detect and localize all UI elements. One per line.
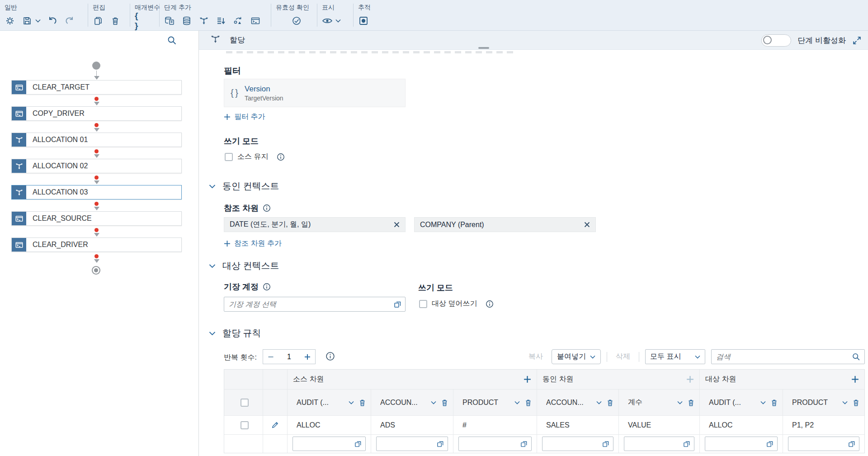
trash-icon[interactable] <box>687 399 695 407</box>
add-driver-dimension-icon[interactable] <box>686 375 694 383</box>
chevron-down-icon[interactable] <box>349 401 354 404</box>
add-source-dimension-icon[interactable] <box>524 375 531 383</box>
paste-rules-button[interactable]: 붙여넣기 <box>552 349 601 364</box>
reference-dimension-chip[interactable]: COMPANY (Parent) <box>414 217 596 232</box>
value-help-icon[interactable] <box>848 440 855 447</box>
gear-icon[interactable] <box>5 15 15 26</box>
add-filter-button[interactable]: 필터 추가 <box>224 112 265 122</box>
eye-chevron-icon[interactable] <box>335 15 341 26</box>
flow-node-clear-driver[interactable]: CLEAR_DRIVER <box>11 238 182 252</box>
add-target-dimension-icon[interactable] <box>851 375 859 383</box>
value-help-icon[interactable] <box>520 440 528 447</box>
value-help-icon[interactable] <box>683 440 690 447</box>
trash-icon[interactable] <box>852 399 860 407</box>
repeat-count-value[interactable]: 1 <box>278 353 300 361</box>
undo-icon[interactable] <box>47 15 58 26</box>
sort-list-icon[interactable] <box>216 15 226 26</box>
record-icon[interactable] <box>358 15 369 26</box>
filter-item-name[interactable]: Version <box>245 85 283 94</box>
flow-node-clear-target[interactable]: CLEAR_TARGET <box>11 80 182 95</box>
row-checkbox[interactable] <box>241 421 249 429</box>
breakpoint-dot[interactable] <box>94 228 99 232</box>
expand-icon[interactable] <box>852 36 862 45</box>
new-rule-input[interactable] <box>377 440 437 448</box>
trash-icon[interactable] <box>359 399 366 407</box>
value-help-icon[interactable] <box>354 440 362 447</box>
info-icon[interactable] <box>486 300 494 308</box>
new-rule-input[interactable] <box>705 440 766 448</box>
minus-icon[interactable] <box>263 354 278 360</box>
header-resize-handle[interactable] <box>478 47 489 49</box>
reference-dimension-chip[interactable]: DATE (연도, 분기, 월, 일) <box>224 217 406 232</box>
new-rule-input[interactable] <box>788 440 848 448</box>
save-menu-chevron-icon[interactable] <box>35 15 41 26</box>
chevron-down-icon[interactable] <box>760 401 766 404</box>
breakpoint-dot[interactable] <box>94 97 99 101</box>
flow-node-allocation-02[interactable]: ALLOCATION 02 <box>11 159 182 173</box>
flow-node-copy-driver[interactable]: COPY_DRIVER <box>11 106 182 121</box>
rule-cell[interactable]: VALUE <box>619 416 700 434</box>
info-icon[interactable] <box>326 352 335 361</box>
flow-node-allocation-01[interactable]: ALLOCATION 01 <box>11 133 182 147</box>
plus-icon[interactable] <box>300 354 315 360</box>
allocation-rules-section-header[interactable]: 할당 규칙 <box>209 327 261 339</box>
trash-icon[interactable] <box>110 15 121 26</box>
chevron-down-icon[interactable] <box>677 401 683 404</box>
delete-rules-button[interactable]: 삭제 <box>613 352 633 361</box>
trash-icon[interactable] <box>441 399 448 407</box>
validate-check-icon[interactable] <box>291 15 302 26</box>
copy-data-icon[interactable] <box>164 15 175 26</box>
rule-row[interactable]: ALLOC ADS # SALES VALUE ALLOC P1, P2 <box>224 416 864 435</box>
close-icon[interactable] <box>394 222 400 228</box>
copy-rules-button[interactable]: 복사 <box>526 352 546 361</box>
console-icon[interactable] <box>250 15 261 26</box>
target-context-section-header[interactable]: 대상 컨텍스트 <box>209 260 279 272</box>
search-icon[interactable] <box>852 352 860 361</box>
eye-icon[interactable] <box>322 15 333 26</box>
copy-icon[interactable] <box>93 15 104 26</box>
new-rule-input[interactable] <box>293 440 354 448</box>
close-icon[interactable] <box>584 222 590 228</box>
chevron-down-icon[interactable] <box>514 401 520 404</box>
breakpoint-dot[interactable] <box>94 123 99 127</box>
breakpoint-dot[interactable] <box>94 202 99 206</box>
rule-cell[interactable]: ALLOC <box>288 416 371 434</box>
value-help-icon[interactable] <box>766 440 774 447</box>
new-rule-input[interactable] <box>459 440 520 448</box>
allocation-icon[interactable] <box>198 15 209 26</box>
breakpoint-dot[interactable] <box>94 149 99 153</box>
keep-source-checkbox[interactable] <box>225 153 233 161</box>
database-icon[interactable] <box>181 15 192 26</box>
edit-pencil-icon[interactable] <box>271 421 279 429</box>
trash-icon[interactable] <box>770 399 778 407</box>
rule-cell[interactable]: ADS <box>371 416 453 434</box>
new-rule-input[interactable] <box>624 440 683 448</box>
rule-cell[interactable]: # <box>453 416 537 434</box>
braces-icon[interactable]: { } <box>135 15 146 26</box>
chevron-down-icon[interactable] <box>596 401 602 404</box>
info-icon[interactable] <box>263 283 271 291</box>
rule-cell[interactable]: SALES <box>537 416 619 434</box>
new-rule-input[interactable] <box>542 440 602 448</box>
trash-icon[interactable] <box>524 399 532 407</box>
breakpoint-dot[interactable] <box>94 176 99 180</box>
select-all-checkbox[interactable] <box>241 399 249 407</box>
chevron-down-icon[interactable] <box>842 401 848 404</box>
chevron-down-icon[interactable] <box>431 401 436 404</box>
overwrite-target-checkbox[interactable] <box>419 300 427 308</box>
filter-item[interactable]: { } Version TargetVersion <box>224 79 406 107</box>
breakpoint-dot[interactable] <box>94 254 99 258</box>
value-help-icon[interactable] <box>394 300 401 308</box>
show-all-dropdown[interactable]: 모두 표시 <box>645 349 705 364</box>
value-help-icon[interactable] <box>437 440 444 447</box>
save-icon[interactable] <box>22 15 33 26</box>
flow-node-allocation-03[interactable]: ALLOCATION 03 <box>11 185 182 200</box>
flow-node-clear-source[interactable]: CLEAR_SOURCE <box>11 211 182 226</box>
redo-icon[interactable] <box>64 15 75 26</box>
disable-step-toggle[interactable] <box>761 34 791 47</box>
rule-cell[interactable]: ALLOC <box>700 416 783 434</box>
rules-search-input[interactable] <box>712 353 852 361</box>
add-reference-dimension-button[interactable]: 참조 차원 추가 <box>224 239 282 248</box>
info-icon[interactable] <box>277 153 285 161</box>
driver-context-section-header[interactable]: 동인 컨텍스트 <box>209 180 279 192</box>
